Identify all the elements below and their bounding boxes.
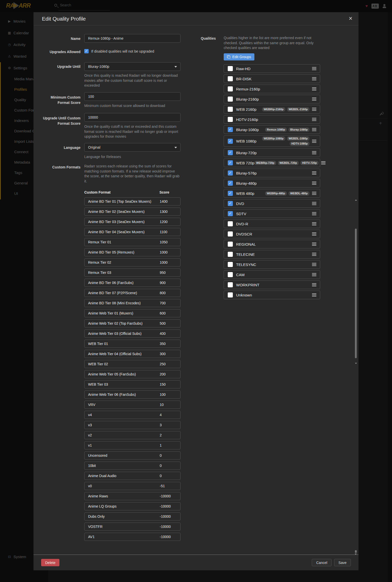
- drag-handle-icon[interactable]: [312, 77, 316, 80]
- custom-format-score-input[interactable]: 0: [160, 474, 162, 478]
- custom-format-score-input[interactable]: 1200: [160, 220, 168, 224]
- drag-handle-icon[interactable]: [312, 108, 316, 111]
- custom-format-score-input[interactable]: 350: [160, 342, 166, 346]
- custom-format-score-input[interactable]: -10000: [160, 494, 171, 498]
- custom-format-score-input[interactable]: 1000: [160, 250, 168, 254]
- drag-handle-icon[interactable]: [312, 182, 316, 185]
- quality-checkbox[interactable]: [228, 170, 233, 176]
- quality-group-badges: WEBRip-2160pWEBDL-2160p: [262, 107, 309, 112]
- drag-handle-icon[interactable]: [312, 151, 316, 154]
- drag-handle-icon[interactable]: [321, 161, 325, 164]
- custom-format-score-input[interactable]: 1400: [160, 199, 168, 203]
- edit-groups-button[interactable]: Edit Groups: [224, 53, 254, 60]
- minimum-custom-format-score-input[interactable]: [84, 92, 181, 101]
- name-input[interactable]: [84, 34, 181, 43]
- custom-format-score-input[interactable]: 0: [160, 464, 162, 468]
- custom-format-score-input[interactable]: 150: [160, 382, 166, 386]
- quality-checkbox[interactable]: [228, 66, 233, 71]
- drag-handle-icon[interactable]: [312, 222, 316, 225]
- quality-checkbox[interactable]: [228, 139, 233, 144]
- quality-checkbox[interactable]: [228, 272, 233, 277]
- quality-checkbox[interactable]: [228, 191, 233, 196]
- quality-checkbox[interactable]: [228, 252, 233, 257]
- custom-format-score-input[interactable]: 2: [160, 433, 162, 437]
- custom-format-score-input[interactable]: 100: [160, 392, 166, 397]
- upgrade-until-custom-format-score-input[interactable]: [84, 113, 181, 122]
- quality-group-badges: WEBRip-1080pWEBDL-1080pHDTV-1080p: [262, 136, 309, 146]
- custom-format-score-input[interactable]: -51: [160, 484, 165, 488]
- quality-checkbox[interactable]: [228, 86, 233, 91]
- custom-format-score-input[interactable]: 250: [160, 362, 166, 366]
- drag-handle-icon[interactable]: [312, 253, 316, 256]
- drag-handle-icon[interactable]: [312, 263, 316, 266]
- quality-checkbox[interactable]: [228, 107, 233, 112]
- custom-format-score-input[interactable]: 200: [160, 372, 166, 376]
- custom-format-score-input[interactable]: 400: [160, 332, 166, 336]
- custom-format-score-input[interactable]: 0: [160, 453, 162, 458]
- drag-handle-icon[interactable]: [312, 232, 316, 235]
- upgrade-until-select[interactable]: Bluray-1080p: [84, 62, 181, 71]
- drag-handle-icon[interactable]: [312, 212, 316, 215]
- custom-format-score-input[interactable]: 300: [160, 352, 166, 356]
- custom-format-score-input[interactable]: 1: [160, 443, 162, 447]
- drag-handle-icon[interactable]: [312, 118, 316, 121]
- drag-handle-icon[interactable]: [312, 87, 316, 90]
- custom-format-score-input[interactable]: 700: [160, 301, 166, 305]
- drag-handle-icon[interactable]: [312, 171, 316, 175]
- language-select[interactable]: Original: [84, 143, 181, 152]
- scrollbar-down-arrow-icon[interactable]: [355, 363, 357, 364]
- drag-handle-icon[interactable]: [312, 98, 316, 101]
- scrollbar-thumb[interactable]: [355, 229, 357, 358]
- quality-checkbox[interactable]: [228, 76, 233, 81]
- custom-format-score-input[interactable]: 800: [160, 291, 166, 295]
- drag-handle-icon[interactable]: [312, 202, 316, 205]
- quality-checkbox[interactable]: [228, 97, 233, 102]
- drag-handle-icon[interactable]: [312, 128, 316, 131]
- delete-button[interactable]: Delete: [41, 559, 59, 566]
- quality-checkbox[interactable]: [228, 292, 233, 297]
- quality-checkbox[interactable]: [228, 211, 233, 216]
- modal-header: Edit Quality Profile ×: [34, 12, 358, 25]
- custom-format-score-input[interactable]: 1050: [160, 240, 168, 244]
- drag-handle-icon[interactable]: [312, 192, 316, 195]
- custom-format-score-input[interactable]: 1300: [160, 210, 168, 214]
- quality-checkbox[interactable]: [228, 242, 233, 247]
- quality-row: Bluray-576p: [224, 169, 320, 177]
- quality-checkbox[interactable]: [228, 231, 233, 237]
- custom-format-score-input[interactable]: 10: [160, 403, 164, 407]
- custom-format-score-input[interactable]: -10000: [160, 525, 171, 529]
- custom-format-score-input[interactable]: -10000: [160, 535, 171, 539]
- quality-checkbox[interactable]: [228, 201, 233, 206]
- upgrades-allowed-checkbox[interactable]: [84, 49, 89, 53]
- close-icon[interactable]: ×: [349, 14, 352, 22]
- quality-checkbox[interactable]: [228, 160, 233, 165]
- custom-format-score-input[interactable]: -10000: [160, 514, 171, 518]
- custom-format-score-input[interactable]: -10000: [160, 504, 171, 508]
- drag-handle-icon[interactable]: [312, 67, 316, 70]
- scrollbar-up-arrow-icon[interactable]: [355, 199, 357, 201]
- save-button[interactable]: Save: [334, 559, 351, 566]
- quality-checkbox[interactable]: [228, 150, 233, 155]
- drag-handle-icon[interactable]: [312, 283, 316, 286]
- custom-format-score-input[interactable]: 600: [160, 311, 166, 315]
- drag-handle-icon[interactable]: [312, 140, 316, 143]
- custom-format-score-input[interactable]: 1100: [160, 230, 167, 234]
- custom-format-score-input[interactable]: 4: [160, 413, 162, 417]
- quality-checkbox[interactable]: [228, 181, 233, 186]
- custom-format-score-input[interactable]: 500: [160, 321, 166, 325]
- quality-checkbox[interactable]: [228, 262, 233, 267]
- quality-checkbox[interactable]: [228, 282, 233, 287]
- quality-checkbox[interactable]: [228, 221, 233, 226]
- custom-format-score-input[interactable]: 1000: [160, 260, 168, 264]
- custom-format-score-input[interactable]: 950: [160, 271, 166, 275]
- quality-checkbox[interactable]: [228, 117, 233, 122]
- drag-handle-icon[interactable]: [312, 273, 316, 276]
- drag-handle-icon[interactable]: [312, 243, 316, 246]
- scrollbar-mini-thumb[interactable]: [355, 550, 357, 553]
- drag-handle-icon[interactable]: [312, 293, 316, 296]
- custom-format-score-input[interactable]: 900: [160, 281, 166, 285]
- cancel-button[interactable]: Cancel: [312, 559, 332, 566]
- quality-checkbox[interactable]: [228, 127, 233, 132]
- custom-format-score-input[interactable]: 3: [160, 423, 162, 427]
- custom-format-row: Remux Tier 01 1050: [84, 238, 181, 246]
